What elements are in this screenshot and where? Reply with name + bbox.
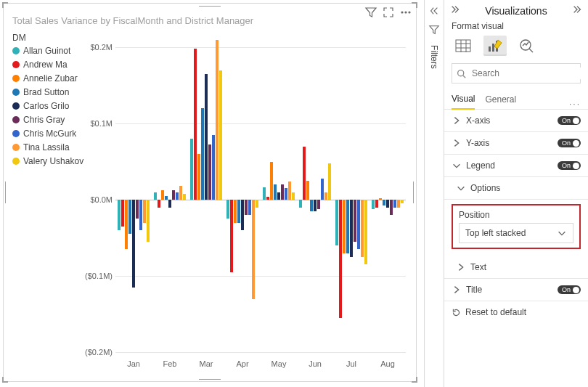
- bar[interactable]: [121, 47, 124, 352]
- legend-position-select[interactable]: Top left stacked: [459, 223, 573, 243]
- bar[interactable]: [390, 47, 393, 352]
- bar[interactable]: [234, 47, 237, 352]
- bar[interactable]: [208, 47, 211, 352]
- resize-handle[interactable]: [2, 377, 8, 383]
- bar[interactable]: [310, 47, 313, 352]
- visual-card[interactable]: Total Sales Variance by FiscalMonth and …: [3, 3, 417, 382]
- filters-pane-collapsed[interactable]: Filters: [424, 0, 444, 387]
- section-y-axis[interactable]: Y-axis On: [444, 132, 588, 155]
- bar[interactable]: [270, 47, 273, 352]
- bar[interactable]: [393, 47, 396, 352]
- section-title[interactable]: Title On: [444, 279, 588, 301]
- bar[interactable]: [328, 47, 331, 352]
- bar[interactable]: [136, 47, 139, 352]
- section-legend-options[interactable]: Options: [444, 177, 588, 200]
- analytics-icon[interactable]: [515, 36, 539, 56]
- bar[interactable]: [205, 47, 208, 352]
- legend-item[interactable]: Chris McGurk: [12, 129, 83, 139]
- resize-handle[interactable]: [412, 377, 417, 383]
- legend-toggle[interactable]: On: [558, 161, 581, 170]
- bar[interactable]: [132, 47, 135, 352]
- bar[interactable]: [245, 47, 248, 352]
- bar[interactable]: [281, 47, 284, 352]
- bar[interactable]: [230, 47, 233, 352]
- resize-handle[interactable]: [199, 3, 221, 9]
- bar[interactable]: [386, 47, 389, 352]
- legend-item[interactable]: Allan Guinot: [12, 46, 83, 56]
- bar[interactable]: [143, 47, 146, 352]
- x-axis-toggle[interactable]: On: [558, 116, 581, 125]
- legend-item[interactable]: Annelie Zubar: [12, 73, 83, 83]
- bar[interactable]: [139, 47, 142, 352]
- filter-icon[interactable]: [365, 7, 377, 21]
- legend-item[interactable]: Tina Lassila: [12, 142, 83, 152]
- section-x-axis[interactable]: X-axis On: [444, 110, 588, 132]
- bar[interactable]: [292, 47, 295, 352]
- resize-handle[interactable]: [411, 182, 417, 203]
- bar[interactable]: [194, 47, 197, 352]
- bar[interactable]: [339, 47, 342, 352]
- format-visual-icon[interactable]: [483, 36, 507, 56]
- bar[interactable]: [299, 47, 302, 352]
- search-input[interactable]: [470, 68, 582, 79]
- expand-left-icon[interactable]: [429, 6, 439, 19]
- bar[interactable]: [372, 47, 375, 352]
- bar[interactable]: [375, 47, 378, 352]
- bar[interactable]: [397, 47, 400, 352]
- reset-to-default[interactable]: Reset to default: [444, 301, 588, 323]
- y-axis-toggle[interactable]: On: [558, 139, 581, 147]
- bar[interactable]: [237, 47, 240, 352]
- bar[interactable]: [321, 47, 324, 352]
- tab-visual[interactable]: Visual: [452, 89, 475, 110]
- bar[interactable]: [314, 47, 317, 352]
- bar[interactable]: [266, 47, 269, 352]
- bar[interactable]: [212, 47, 215, 352]
- bar[interactable]: [277, 47, 280, 352]
- bar[interactable]: [354, 47, 356, 352]
- bar[interactable]: [158, 47, 160, 352]
- tab-more[interactable]: ···: [569, 99, 581, 109]
- bar[interactable]: [197, 47, 200, 352]
- bar[interactable]: [118, 47, 121, 352]
- bar[interactable]: [324, 47, 327, 352]
- section-legend-text[interactable]: Text: [444, 256, 588, 279]
- collapse-pane-icon[interactable]: [450, 4, 460, 17]
- bar[interactable]: [379, 47, 382, 352]
- legend-item[interactable]: Chris Gray: [12, 115, 83, 125]
- bar[interactable]: [248, 47, 251, 352]
- bar[interactable]: [226, 47, 229, 352]
- bar[interactable]: [383, 47, 385, 352]
- bar[interactable]: [165, 47, 168, 352]
- bar[interactable]: [288, 47, 291, 352]
- bar[interactable]: [401, 47, 404, 352]
- title-toggle[interactable]: On: [558, 285, 581, 294]
- legend-item[interactable]: Andrew Ma: [12, 60, 83, 70]
- bar[interactable]: [128, 47, 131, 352]
- resize-handle[interactable]: [2, 2, 8, 8]
- bar[interactable]: [147, 47, 150, 352]
- search-field[interactable]: [452, 63, 581, 83]
- bar[interactable]: [216, 47, 219, 352]
- bar[interactable]: [179, 47, 182, 352]
- bar[interactable]: [317, 47, 320, 352]
- build-visual-icon[interactable]: [452, 36, 475, 56]
- legend-item[interactable]: Brad Sutton: [12, 87, 83, 97]
- bar[interactable]: [335, 47, 338, 352]
- bar[interactable]: [125, 47, 128, 352]
- bar[interactable]: [154, 47, 157, 352]
- resize-handle[interactable]: [3, 182, 9, 203]
- bar[interactable]: [190, 47, 193, 352]
- bar[interactable]: [161, 47, 164, 352]
- chart-plot-area[interactable]: [115, 47, 406, 352]
- bar[interactable]: [361, 47, 364, 352]
- bar[interactable]: [364, 47, 367, 352]
- bar[interactable]: [357, 47, 360, 352]
- bar[interactable]: [285, 47, 287, 352]
- bar[interactable]: [263, 47, 266, 352]
- tab-general[interactable]: General: [485, 90, 516, 109]
- legend-item[interactable]: Carlos Grilo: [12, 101, 83, 111]
- bar[interactable]: [256, 47, 258, 352]
- bar[interactable]: [346, 47, 349, 352]
- legend-item[interactable]: Valery Ushakov: [12, 156, 83, 166]
- bar[interactable]: [201, 47, 204, 352]
